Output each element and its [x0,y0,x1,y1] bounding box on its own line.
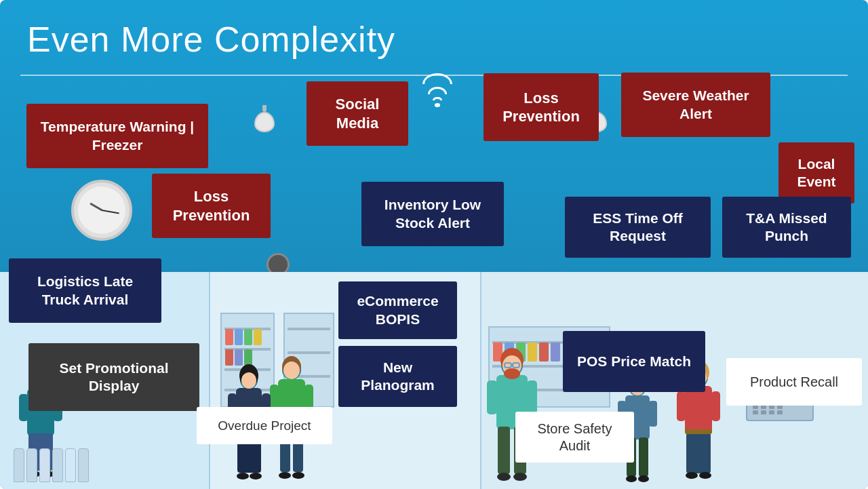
svg-rect-46 [677,391,686,421]
main-container: Even More Complexity [0,0,868,489]
clock [71,180,132,241]
svg-rect-59 [639,437,648,477]
ta-missed-punch-label: T&A Missed Punch [722,197,851,258]
svg-rect-33 [487,380,497,414]
loss-prevention-label-1: Loss Prevention [152,174,271,238]
product-bottles [14,448,89,482]
severe-weather-label: Severe Weather Alert [621,73,770,137]
svg-point-22 [241,372,256,389]
overdue-project-label: Overdue Project [197,407,332,444]
svg-rect-47 [711,391,720,421]
svg-rect-48 [686,433,711,473]
person-figure-4 [481,326,542,489]
clock-hour-hand [90,203,102,212]
svg-point-38 [513,473,527,481]
wifi-arc-large [422,73,452,84]
wifi-icon [417,73,458,107]
new-planogram-label: New Planogram [338,346,457,407]
inventory-low-stock-label: Inventory Low Stock Alert [361,182,504,246]
svg-rect-43 [685,386,712,435]
svg-point-12 [283,361,300,379]
svg-rect-51 [685,429,712,434]
store-safety-audit-label: Store Safety Audit [515,412,634,463]
pos-price-match-label: POS Price Match [563,331,705,392]
page-title: Even More Complexity [27,19,395,60]
product-recall-label: Product Recall [726,358,862,406]
camera-mount-1 [262,105,267,112]
set-promotional-label: Set Promotional Display [28,343,199,411]
svg-point-61 [638,475,649,482]
loss-prevention-label-2: Loss Prevention [484,73,599,141]
security-camera-1 [254,105,275,130]
logistics-late-label: Logistics Late Truck Arrival [9,258,161,323]
ecommerce-bopis-label: eCommerce BOPIS [338,281,457,339]
svg-point-37 [497,473,511,481]
svg-point-50 [699,472,711,479]
svg-rect-57 [649,401,657,427]
camera-dome-1 [254,112,275,132]
clock-face [78,187,125,234]
svg-rect-34 [527,380,537,414]
ess-time-off-label: ESS Time Off Request [565,197,711,258]
temperature-warning-label: Temperature Warning | Freezer [26,104,208,168]
clock-minute-hand [102,210,119,214]
wifi-arc-medium [428,87,447,94]
wifi-dot [435,103,440,107]
svg-rect-4 [19,394,28,421]
svg-point-17 [279,472,291,479]
svg-point-26 [237,473,249,480]
svg-rect-35 [498,427,510,474]
svg-point-49 [686,472,698,479]
svg-point-27 [250,473,262,480]
local-event-label: Local Event [778,142,854,203]
social-media-label: Social Media [307,81,408,146]
svg-point-32 [504,368,520,379]
wifi-arc-small [433,97,442,101]
svg-point-60 [626,475,637,482]
svg-point-18 [292,472,304,479]
